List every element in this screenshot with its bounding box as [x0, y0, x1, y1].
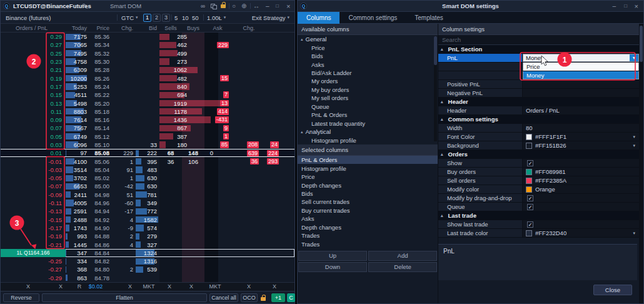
delete-button[interactable]: Delete: [368, 262, 437, 272]
table-row[interactable]: -0.01410085.0613953610636293: [1, 157, 294, 165]
tree-group[interactable]: ▴General: [298, 35, 438, 43]
cancel-column-button[interactable]: X: [128, 283, 132, 291]
cancel-column-button[interactable]: X: [273, 283, 276, 291]
settings-row[interactable]: Buy orders#FF089981: [438, 168, 639, 176]
table-row[interactable]: -0.05370285.021630: [1, 174, 294, 182]
checkbox[interactable]: ✓: [527, 221, 533, 228]
scrollbar-thumb[interactable]: [640, 26, 643, 62]
table-row[interactable]: 0.15451185.226947: [1, 91, 294, 99]
settings-row[interactable]: PnLMoney▼: [438, 54, 639, 63]
table-row[interactable]: 0.27706585.34462229: [1, 41, 294, 49]
settings-row[interactable]: Show✓: [438, 159, 639, 168]
checkbox[interactable]: ✓: [527, 195, 533, 201]
link-icon[interactable]: ∞: [201, 1, 205, 11]
tree-item[interactable]: Histogram profile: [298, 136, 438, 144]
color-swatch[interactable]: [526, 186, 532, 193]
cancel-column-button[interactable]: X: [59, 283, 63, 291]
tree-item[interactable]: Latest trade quantity: [298, 119, 438, 128]
tree-item[interactable]: My orders: [298, 77, 438, 85]
tree-item[interactable]: PnL & Orders: [298, 111, 438, 119]
settings-scrollbar[interactable]: [639, 24, 643, 303]
color-swatch[interactable]: [526, 178, 532, 184]
settings-row[interactable]: ▴Last trade: [438, 211, 639, 220]
search-icon[interactable]: [82, 4, 86, 8]
color-swatch[interactable]: [526, 143, 532, 149]
cancel-column-button[interactable]: X: [168, 283, 171, 291]
chevron-down-icon[interactable]: ▾: [633, 143, 635, 148]
tree-item[interactable]: My sell orders: [298, 94, 438, 102]
collapse-icon[interactable]: ▴: [301, 129, 303, 134]
list-item[interactable]: PnL & Orders: [298, 156, 438, 164]
list-item[interactable]: Asks: [298, 215, 438, 223]
list-item[interactable]: Depth changes: [298, 223, 438, 231]
table-row[interactable]: 0.09761485.161436-431: [1, 116, 294, 124]
settings-row[interactable]: ▴Header: [438, 98, 639, 106]
property-value[interactable]: 80: [523, 124, 639, 132]
settings-row[interactable]: Queue✓: [438, 203, 639, 211]
settings-row[interactable]: Modify by drag-and-drop✓: [438, 194, 639, 203]
tif-selector[interactable]: GTC▾: [121, 12, 138, 23]
settings-row[interactable]: Show last trade✓: [438, 220, 639, 229]
table-row[interactable]: -0.2533484.821316: [1, 257, 294, 265]
table-row[interactable]: -0.07665385.00-42630: [1, 182, 294, 190]
close-button[interactable]: Close: [593, 285, 632, 295]
copy-icon[interactable]: [211, 1, 216, 11]
swap-icon[interactable]: ↔: [253, 1, 259, 11]
table-row[interactable]: 0.23475885.30273: [1, 58, 294, 66]
reverse-button[interactable]: Reverse: [3, 293, 39, 302]
collapse-icon[interactable]: ▴: [441, 213, 443, 218]
settings-row[interactable]: ▴PnL Section: [438, 45, 639, 54]
property-value[interactable]: #FF089981: [523, 168, 639, 176]
tree-item[interactable]: Bids: [298, 52, 438, 60]
table-row[interactable]: 0.07756785.148679: [1, 124, 294, 132]
step-preset-10[interactable]: 10: [182, 12, 189, 23]
minimize-icon[interactable]: –: [612, 1, 616, 11]
table-row[interactable]: 0.17525385.24840: [1, 83, 294, 91]
table-row[interactable]: -0.13259184.94-17772: [1, 207, 294, 215]
dropdown-option[interactable]: Money: [523, 71, 639, 79]
table-row[interactable]: -0.03351485.0491483: [1, 166, 294, 174]
account-selector[interactable]: Binance (futures): [6, 12, 51, 23]
tab-columns[interactable]: Columns: [298, 12, 340, 24]
settings-row[interactable]: Price: [438, 63, 639, 71]
close-position-button[interactable]: C: [287, 293, 295, 302]
settings-row[interactable]: Width80: [438, 124, 639, 133]
cancel-column-button[interactable]: X: [189, 283, 193, 291]
dropdown-option[interactable]: Price: [523, 63, 639, 71]
tree-item[interactable]: Price: [298, 43, 438, 51]
market-order-button[interactable]: MKT: [143, 283, 155, 291]
flatten-button[interactable]: Flatten: [42, 293, 207, 302]
settings-row[interactable]: ▴Common settings: [438, 115, 639, 124]
tree-item[interactable]: Queue: [298, 103, 438, 111]
property-value[interactable]: Orange: [523, 185, 639, 193]
maximize-icon[interactable]: □: [276, 1, 279, 11]
tree-scrollbar[interactable]: [434, 36, 437, 141]
tab-common-settings[interactable]: Common settings: [340, 12, 406, 24]
property-value[interactable]: Orders / PnL: [523, 106, 639, 114]
tree-item[interactable]: Asks: [298, 60, 438, 68]
settings-row[interactable]: ▴Orders: [438, 150, 639, 159]
list-item[interactable]: Price: [298, 173, 438, 181]
dropdown[interactable]: Money▼: [523, 54, 639, 62]
lock-icon[interactable]: [221, 1, 226, 11]
list-item[interactable]: Trades: [298, 240, 438, 248]
property-value[interactable]: #FF151B26▾: [523, 141, 639, 149]
down-button[interactable]: Down: [298, 262, 367, 272]
color-swatch[interactable]: [526, 230, 532, 236]
table-row[interactable]: -0.17174384.90-9574: [1, 224, 294, 232]
cancel-column-button[interactable]: X: [247, 283, 251, 291]
collapse-icon[interactable]: ▴: [441, 117, 443, 122]
strategy-selector[interactable]: Exit Strategy▾: [252, 12, 289, 23]
collapse-icon[interactable]: ▴: [301, 37, 303, 42]
list-item[interactable]: Sell current trades: [298, 198, 438, 206]
chevron-down-icon[interactable]: ▼: [630, 54, 638, 61]
property-value[interactable]: #FFF1F1F1▾: [523, 133, 639, 141]
list-item[interactable]: Depth changes: [298, 181, 438, 189]
market-order-button[interactable]: MKT: [209, 283, 221, 291]
tab-templates[interactable]: Templates: [406, 12, 452, 24]
settings-row[interactable]: Money: [438, 71, 639, 80]
search-input[interactable]: Search: [438, 35, 639, 45]
settings-row[interactable]: Last trade color#FF232D40▾: [438, 229, 639, 238]
plus-one-button[interactable]: +1: [271, 293, 285, 302]
table-row[interactable]: -0.09241184.9851781: [1, 191, 294, 199]
